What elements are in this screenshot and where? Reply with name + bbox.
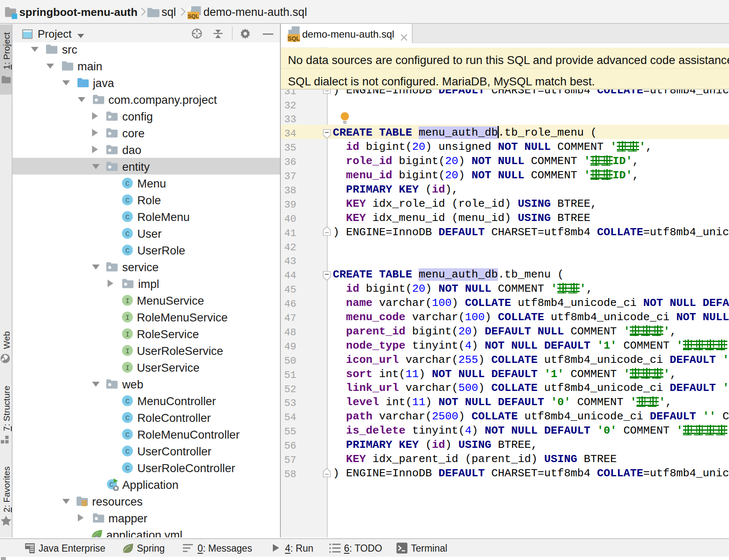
svg-text:I: I (125, 347, 129, 355)
svg-text:C: C (125, 465, 129, 473)
svg-text:C: C (125, 247, 129, 255)
svg-text:C: C (109, 481, 113, 489)
svg-text:C: C (125, 448, 129, 456)
svg-text:C: C (125, 197, 129, 205)
svg-text:SQL: SQL (188, 13, 199, 19)
svg-text:I: I (125, 314, 129, 322)
svg-text:I: I (125, 364, 129, 372)
svg-text:C: C (125, 213, 129, 221)
svg-text:SQL: SQL (288, 35, 300, 42)
svg-text:C: C (125, 414, 129, 422)
svg-text:I: I (125, 297, 129, 305)
svg-text:C: C (125, 398, 129, 406)
svg-text:C: C (125, 230, 129, 238)
svg-text:C: C (125, 431, 129, 439)
svg-text:I: I (125, 331, 129, 339)
svg-text:C: C (125, 180, 129, 188)
